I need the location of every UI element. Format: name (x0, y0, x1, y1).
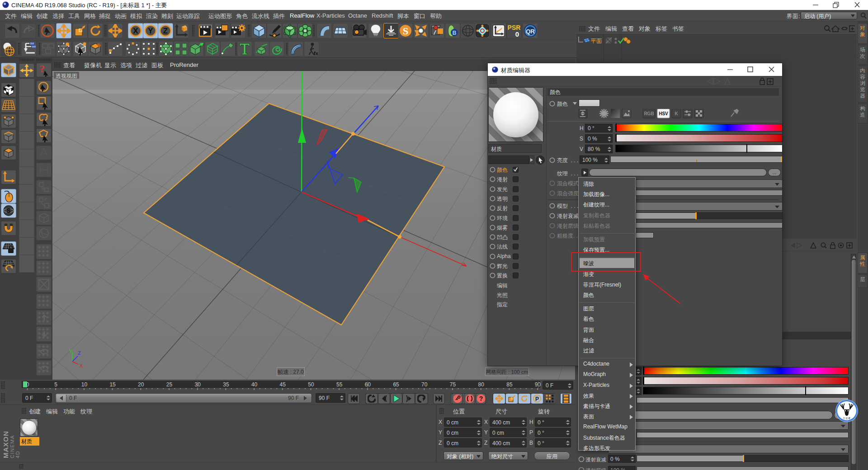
svg-text:Z: Z (163, 27, 168, 35)
svg-text:0: 0 (515, 30, 519, 38)
svg-text:fx: fx (314, 51, 318, 56)
svg-text:P: P (535, 396, 539, 402)
svg-text:K: K (675, 111, 678, 116)
svg-text:QR: QR (526, 28, 535, 35)
svg-text:X: X (133, 27, 138, 35)
svg-text:B: B (453, 30, 457, 36)
svg-text:行走者: 行走者 (843, 417, 851, 420)
svg-text:?: ? (39, 63, 45, 75)
svg-text:S: S (403, 25, 408, 37)
svg-text:S: S (6, 207, 10, 214)
svg-text:Y: Y (148, 27, 153, 35)
svg-text:Z: Z (78, 350, 81, 356)
svg-text:Y: Y (69, 348, 73, 354)
svg-text:HSV: HSV (659, 111, 668, 116)
svg-text:RGB: RGB (644, 111, 654, 116)
svg-text:X: X (80, 363, 83, 368)
svg-text:?: ? (479, 395, 483, 402)
